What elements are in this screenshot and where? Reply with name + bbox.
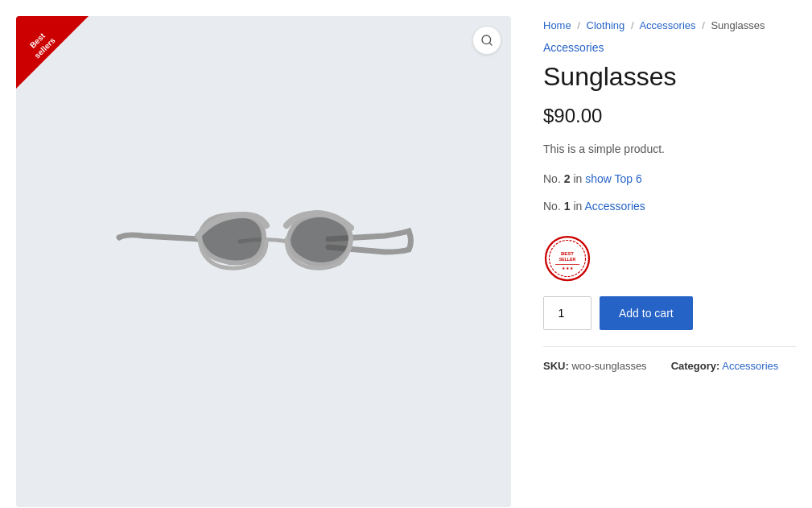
quantity-input[interactable] bbox=[543, 296, 591, 330]
ribbon-text: Bestsellers bbox=[16, 16, 74, 77]
breadcrumb-current: Sunglasses bbox=[711, 19, 765, 31]
category-value-link[interactable]: Accessories bbox=[722, 360, 778, 372]
svg-text:SELLER: SELLER bbox=[559, 257, 576, 262]
add-to-cart-button[interactable]: Add to cart bbox=[600, 296, 693, 330]
breadcrumb-sep3: / bbox=[702, 19, 705, 31]
product-details: Home / Clothing / Accessories / Sunglass… bbox=[543, 16, 796, 507]
best-sellers-ribbon: Bestsellers bbox=[16, 16, 89, 89]
product-title: Sunglasses bbox=[543, 62, 796, 92]
category-info: Category: Accessories bbox=[671, 360, 779, 372]
rank2-number: 1 bbox=[564, 200, 571, 213]
product-image bbox=[111, 173, 417, 350]
page-container: Bestsellers bbox=[0, 0, 812, 508]
bestseller-badge: BEST SELLER ★ ★ ★ bbox=[543, 234, 591, 283]
rank2-middle: in bbox=[573, 200, 584, 213]
sku-label: SKU: bbox=[543, 360, 569, 372]
svg-line-1 bbox=[489, 43, 492, 45]
rank-info-2: No. 1 in Accessories bbox=[543, 196, 796, 217]
breadcrumb: Home / Clothing / Accessories / Sunglass… bbox=[543, 19, 796, 31]
rank1-link[interactable]: show Top 6 bbox=[585, 172, 642, 185]
product-image-wrapper: Bestsellers bbox=[16, 16, 511, 507]
sku-info: SKU: woo-sunglasses bbox=[543, 360, 647, 372]
rank1-prefix: No. bbox=[543, 172, 561, 185]
category-link[interactable]: Accessories bbox=[543, 41, 604, 54]
breadcrumb-accessories[interactable]: Accessories bbox=[639, 19, 695, 31]
product-price: $90.00 bbox=[543, 105, 796, 127]
breadcrumb-sep2: / bbox=[631, 19, 634, 31]
svg-text:★ ★ ★: ★ ★ ★ bbox=[562, 266, 575, 270]
product-meta: SKU: woo-sunglasses Category: Accessorie… bbox=[543, 346, 796, 372]
rank-info-1: No. 2 in show Top 6 bbox=[543, 169, 796, 189]
category-label: Category: bbox=[671, 360, 720, 372]
rank2-link[interactable]: Accessories bbox=[584, 200, 645, 213]
product-description: This is a simple product. bbox=[543, 140, 796, 158]
rank1-number: 2 bbox=[564, 172, 571, 185]
image-search-button[interactable] bbox=[472, 26, 501, 55]
search-icon bbox=[480, 34, 493, 47]
rank1-middle: in bbox=[573, 172, 585, 185]
breadcrumb-sep1: / bbox=[577, 19, 580, 31]
rank2-prefix: No. bbox=[543, 200, 561, 213]
bestseller-badge-container: BEST SELLER ★ ★ ★ bbox=[543, 223, 796, 296]
breadcrumb-home[interactable]: Home bbox=[543, 19, 571, 31]
product-image-section: Bestsellers bbox=[16, 16, 511, 507]
sku-value-text: woo-sunglasses bbox=[571, 360, 646, 372]
svg-text:BEST: BEST bbox=[561, 250, 574, 255]
breadcrumb-clothing[interactable]: Clothing bbox=[587, 19, 625, 31]
add-to-cart-section: Add to cart bbox=[543, 296, 796, 330]
